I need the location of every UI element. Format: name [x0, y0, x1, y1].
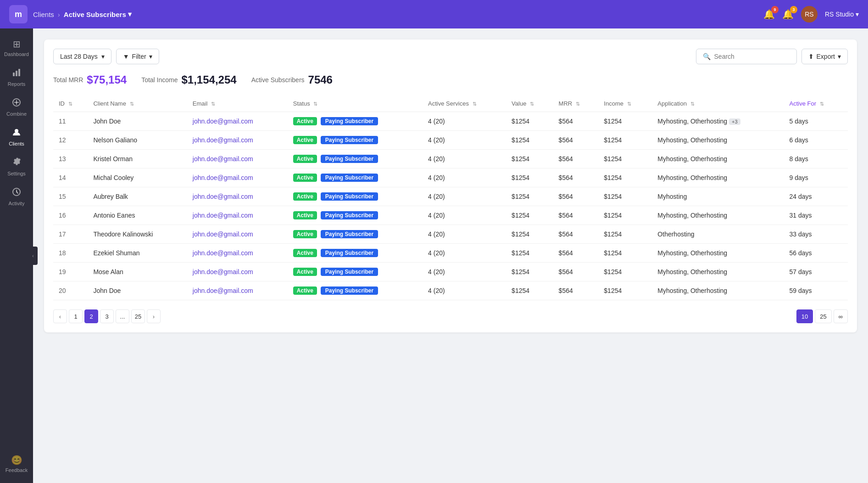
sidebar-item-dashboard[interactable]: ⊞ Dashboard	[0, 34, 33, 62]
col-value[interactable]: Value ⇅	[506, 95, 553, 112]
cell-value: $1254	[506, 281, 553, 300]
cell-email[interactable]: john.doe@gmail.com	[187, 244, 288, 263]
pagination-page-2[interactable]: 2	[84, 309, 98, 323]
total-mrr-value: $75,154	[87, 73, 127, 86]
breadcrumb-current[interactable]: Active Subscribers ▾	[64, 10, 132, 18]
cell-email[interactable]: john.doe@gmail.com	[187, 206, 288, 225]
sidebar-collapse-btn[interactable]: ‹	[28, 247, 38, 265]
cell-value: $1254	[506, 150, 553, 168]
cell-id: 14	[53, 168, 88, 187]
table-row[interactable]: 20 John Doe john.doe@gmail.com Active Pa…	[53, 281, 848, 300]
cell-email[interactable]: john.doe@gmail.com	[187, 225, 288, 244]
col-active-services[interactable]: Active Services ⇅	[423, 95, 506, 112]
table-row[interactable]: 11 John Doe john.doe@gmail.com Active Pa…	[53, 112, 848, 131]
status-paying-badge: Paying Subscriber	[321, 211, 378, 219]
pagination-page-3[interactable]: 3	[100, 309, 114, 323]
cell-application: Myhosting, Otherhosting	[652, 263, 784, 281]
cell-application: Myhosting, Otherhosting+3	[652, 112, 784, 131]
breadcrumb-parent[interactable]: Clients	[33, 11, 54, 18]
cell-active-for: 24 days	[784, 187, 848, 206]
pagination-page-1[interactable]: 1	[69, 309, 83, 323]
table-row[interactable]: 12 Nelson Galiano john.doe@gmail.com Act…	[53, 131, 848, 150]
col-application[interactable]: Application ⇅	[652, 95, 784, 112]
table-row[interactable]: 15 Aubrey Balk john.doe@gmail.com Active…	[53, 187, 848, 206]
cell-email[interactable]: john.doe@gmail.com	[187, 187, 288, 206]
status-active-badge: Active	[293, 230, 317, 238]
table-row[interactable]: 17 Theodore Kalinowski john.doe@gmail.co…	[53, 225, 848, 244]
search-box[interactable]: 🔍	[696, 49, 797, 64]
cell-income: $1254	[598, 263, 652, 281]
total-income-label: Total Income	[141, 76, 178, 84]
avatar[interactable]: RS	[801, 6, 818, 22]
sidebar-item-feedback[interactable]: 😊 Feedback	[4, 450, 29, 477]
table-row[interactable]: 19 Mose Alan john.doe@gmail.com Active P…	[53, 263, 848, 281]
cell-email[interactable]: john.doe@gmail.com	[187, 112, 288, 131]
export-button[interactable]: ⬆ Export ▾	[801, 49, 848, 64]
cell-name: Michal Cooley	[88, 168, 187, 187]
cell-value: $1254	[506, 187, 553, 206]
pagination-prev[interactable]: ‹	[53, 309, 67, 323]
page-size-25[interactable]: 25	[815, 309, 831, 323]
sidebar: ⊞ Dashboard Reports Combine Clients Se	[0, 28, 33, 483]
cell-mrr: $564	[553, 187, 599, 206]
page-size-10[interactable]: 10	[796, 309, 813, 323]
table-row[interactable]: 16 Antonio Eanes john.doe@gmail.com Acti…	[53, 206, 848, 225]
sidebar-item-settings[interactable]: Settings	[0, 153, 33, 181]
feedback-icon: 😊	[11, 455, 22, 466]
cell-income: $1254	[598, 281, 652, 300]
page-size-selector: 10 25 ∞	[796, 309, 848, 323]
table-row[interactable]: 13 Kristel Orman john.doe@gmail.com Acti…	[53, 150, 848, 168]
cell-status: Active Paying Subscriber	[288, 187, 423, 206]
page-size-all[interactable]: ∞	[834, 309, 848, 323]
col-status[interactable]: Status ⇅	[288, 95, 423, 112]
cell-email[interactable]: john.doe@gmail.com	[187, 263, 288, 281]
cell-income: $1254	[598, 150, 652, 168]
col-active-for[interactable]: Active For ⇅	[784, 95, 848, 112]
status-paying-badge: Paying Subscriber	[321, 192, 378, 201]
alerts-bell[interactable]: 🔔 3	[782, 9, 794, 20]
status-active-badge: Active	[293, 192, 317, 201]
sidebar-item-reports[interactable]: Reports	[0, 63, 33, 91]
col-mrr[interactable]: MRR ⇅	[553, 95, 599, 112]
cell-id: 16	[53, 206, 88, 225]
table-row[interactable]: 18 Ezekiel Shuman john.doe@gmail.com Act…	[53, 244, 848, 263]
col-income[interactable]: Income ⇅	[598, 95, 652, 112]
search-input[interactable]	[714, 53, 788, 60]
filter-label: Filter	[132, 53, 146, 60]
sidebar-item-clients[interactable]: Clients	[0, 123, 33, 151]
cell-services: 4 (20)	[423, 263, 506, 281]
sidebar-item-combine[interactable]: Combine	[0, 93, 33, 121]
cell-name: John Doe	[88, 112, 187, 131]
status-paying-badge: Paying Subscriber	[321, 249, 378, 257]
chevron-down-icon: ▾	[149, 53, 152, 60]
cell-email[interactable]: john.doe@gmail.com	[187, 150, 288, 168]
table-body: 11 John Doe john.doe@gmail.com Active Pa…	[53, 112, 848, 300]
cell-name: Nelson Galiano	[88, 131, 187, 150]
cell-email[interactable]: john.doe@gmail.com	[187, 281, 288, 300]
col-id[interactable]: ID ⇅	[53, 95, 88, 112]
cell-email[interactable]: john.doe@gmail.com	[187, 168, 288, 187]
table-row[interactable]: 14 Michal Cooley john.doe@gmail.com Acti…	[53, 168, 848, 187]
chevron-down-icon: ▾	[128, 10, 132, 18]
user-menu[interactable]: RS Studio ▾	[825, 11, 859, 18]
date-range-selector[interactable]: Last 28 Days ▾	[53, 49, 111, 64]
cell-email[interactable]: john.doe@gmail.com	[187, 131, 288, 150]
cell-value: $1254	[506, 244, 553, 263]
cell-application: Myhosting	[652, 187, 784, 206]
pagination-next[interactable]: ›	[147, 309, 161, 323]
cell-services: 4 (20)	[423, 112, 506, 131]
cell-value: $1254	[506, 168, 553, 187]
filter-button[interactable]: ▼ Filter ▾	[116, 49, 159, 64]
col-client-name[interactable]: Client Name ⇅	[88, 95, 187, 112]
cell-mrr: $564	[553, 150, 599, 168]
stats-row: Total MRR $75,154 Total Income $1,154,25…	[53, 73, 848, 86]
notifications-bell[interactable]: 🔔 9	[763, 9, 775, 20]
sidebar-item-activity[interactable]: Activity	[0, 183, 33, 211]
svg-rect-0	[13, 73, 15, 76]
pagination-page-25[interactable]: 25	[131, 309, 145, 323]
col-email[interactable]: Email ⇅	[187, 95, 288, 112]
clients-table: ID ⇅ Client Name ⇅ Email ⇅ Status ⇅ Acti…	[53, 95, 848, 300]
cell-income: $1254	[598, 112, 652, 131]
cell-services: 4 (20)	[423, 168, 506, 187]
cell-value: $1254	[506, 206, 553, 225]
